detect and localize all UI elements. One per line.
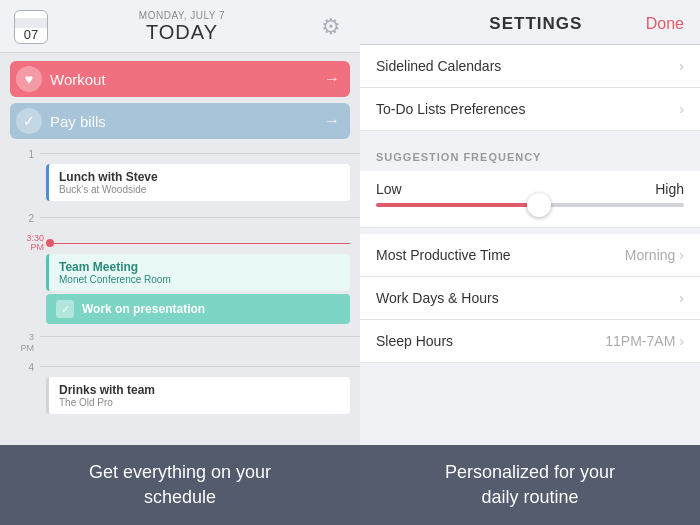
productive-time-val: Morning: [625, 247, 676, 263]
sleep-hours-val: 11PM-7AM: [605, 333, 675, 349]
sleep-hours-label: Sleep Hours: [376, 333, 453, 349]
right-caption: Personalized for yourdaily routine: [360, 445, 700, 525]
pay-bills-check-icon: ✓: [16, 108, 42, 134]
work-days-value: ›: [679, 290, 684, 306]
work-days-chevron-icon: ›: [679, 290, 684, 306]
sidelined-calendars-value: ›: [679, 58, 684, 74]
time-1-label: 1: [0, 147, 40, 160]
pay-bills-task-left: ✓ Pay bills: [16, 108, 106, 134]
time-2-label: 2: [0, 211, 40, 224]
slider-thumb[interactable]: [527, 193, 551, 217]
right-panel: SETTINGS Done Sidelined Calendars › To-D…: [360, 0, 700, 525]
sidelined-calendars-row[interactable]: Sidelined Calendars ›: [360, 45, 700, 88]
timeline-line-2: [40, 217, 360, 218]
calendar-icon[interactable]: 07: [14, 10, 48, 44]
sleep-hours-row[interactable]: Sleep Hours 11PM-7AM ›: [360, 320, 700, 363]
left-caption-text: Get everything on yourschedule: [89, 460, 271, 510]
timeline-line-4: [40, 366, 360, 367]
sidelined-chevron-icon: ›: [679, 58, 684, 74]
slider-row: Low High: [360, 171, 700, 228]
sleep-hours-value: 11PM-7AM ›: [605, 333, 684, 349]
lunch-subtitle: Buck's at Woodside: [59, 184, 340, 195]
drinks-title: Drinks with team: [59, 383, 340, 397]
hour-4-row: 4: [0, 360, 360, 373]
suggestion-freq-label: SUGGESTION FREQUENCY: [376, 151, 541, 163]
timeline-line-3: [40, 336, 360, 337]
todo-prefs-value: ›: [679, 101, 684, 117]
productive-time-value: Morning ›: [625, 247, 684, 263]
right-caption-text: Personalized for yourdaily routine: [445, 460, 615, 510]
todo-prefs-label: To-Do Lists Preferences: [376, 101, 525, 117]
time-3-label: 3PM: [0, 330, 40, 354]
pay-bills-label: Pay bills: [50, 113, 106, 130]
drinks-event[interactable]: Drinks with team The Old Pro: [46, 377, 350, 414]
work-presentation-label: Work on presentation: [82, 302, 205, 316]
work-presentation-event[interactable]: ✓ Work on presentation: [46, 294, 350, 324]
team-meeting-title: Team Meeting: [59, 260, 340, 274]
header-date: MONDAY, JULY 7: [139, 10, 225, 21]
productive-time-label: Most Productive Time: [376, 247, 511, 263]
right-header: SETTINGS Done: [360, 0, 700, 45]
work-days-label: Work Days & Hours: [376, 290, 499, 306]
now-line: [54, 243, 350, 244]
slider-labels: Low High: [376, 181, 684, 197]
header-today: TODAY: [139, 21, 225, 44]
team-meeting-event[interactable]: Team Meeting Monet Conference Room: [46, 254, 350, 291]
header-center: MONDAY, JULY 7 TODAY: [139, 10, 225, 44]
hour-1-row: 1: [0, 147, 360, 160]
productive-time-chevron-icon: ›: [679, 247, 684, 263]
left-header: 07 MONDAY, JULY 7 TODAY ⚙: [0, 0, 360, 53]
workout-label: Workout: [50, 71, 106, 88]
workout-heart-icon: ♥: [16, 66, 42, 92]
productive-time-row[interactable]: Most Productive Time Morning ›: [360, 234, 700, 277]
lunch-title: Lunch with Steve: [59, 170, 340, 184]
sidelined-calendars-label: Sidelined Calendars: [376, 58, 501, 74]
now-dot: [46, 239, 54, 247]
gear-icon[interactable]: ⚙: [316, 12, 346, 42]
settings-title: SETTINGS: [426, 14, 646, 34]
team-meeting-subtitle: Monet Conference Room: [59, 274, 340, 285]
pay-bills-arrow-icon: →: [324, 112, 340, 130]
workout-task[interactable]: ♥ Workout →: [10, 61, 350, 97]
now-time-label: 3:30PM: [10, 234, 44, 252]
calendar-date-num: 07: [24, 28, 38, 43]
left-panel: 07 MONDAY, JULY 7 TODAY ⚙ ♥ Workout → ✓ …: [0, 0, 360, 525]
hour-3-row: 3PM: [0, 330, 360, 354]
slider-track[interactable]: [376, 203, 684, 207]
timeline-line-1: [40, 153, 360, 154]
todo-prefs-row[interactable]: To-Do Lists Preferences ›: [360, 88, 700, 131]
pay-bills-task[interactable]: ✓ Pay bills →: [10, 103, 350, 139]
done-button[interactable]: Done: [646, 15, 684, 33]
workout-task-left: ♥ Workout: [16, 66, 106, 92]
work-check-icon: ✓: [56, 300, 74, 318]
hour-2-row: 2: [0, 211, 360, 224]
suggestion-freq-section: SUGGESTION FREQUENCY: [360, 137, 700, 171]
work-days-row[interactable]: Work Days & Hours ›: [360, 277, 700, 320]
time-4-label: 4: [0, 360, 40, 373]
lunch-event[interactable]: Lunch with Steve Buck's at Woodside: [46, 164, 350, 201]
workout-arrow-icon: →: [324, 70, 340, 88]
task-items: ♥ Workout → ✓ Pay bills →: [0, 53, 360, 143]
left-caption: Get everything on yourschedule: [0, 445, 360, 525]
slider-high-label: High: [655, 181, 684, 197]
drinks-subtitle: The Old Pro: [59, 397, 340, 408]
slider-low-label: Low: [376, 181, 402, 197]
sleep-hours-chevron-icon: ›: [679, 333, 684, 349]
todo-prefs-chevron-icon: ›: [679, 101, 684, 117]
